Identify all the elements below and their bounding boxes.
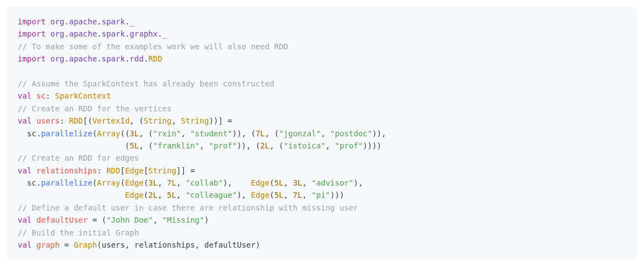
code-token: sc. [18,129,41,138]
code-token: "student" [190,129,232,138]
code-token: // Assume the SparkContext has already b… [18,79,274,88]
code-line: (5L, ("franklin", "prof")), (2L, ("istoi… [18,141,382,150]
code-token: ( [269,191,274,199]
code-token: sc. [18,178,41,187]
code-token: [( [83,116,92,125]
code-line: val graph = Graph(users, relationships, … [18,240,260,249]
code-token: , [158,178,167,187]
code-token: , [153,216,162,224]
code-token: : [60,116,69,125]
code-token: val [18,240,32,249]
code-token: . [97,54,101,63]
code-content: import org.apache.spark._ import org.apa… [18,17,386,249]
code-token: , [181,129,190,138]
code-token: // Build the initial Graph [18,228,139,237]
code-token: , ( [269,141,283,150]
code-token: , [176,178,186,187]
code-token: . [64,54,69,63]
code-token: graphx [129,29,158,38]
code-token: = [60,240,74,249]
code-token: 7L [293,191,302,199]
code-token: String [144,116,172,125]
code-token: , [172,116,181,125]
code-token: users [37,116,60,125]
code-token: ( [18,141,129,150]
code-token: spark [102,54,125,63]
code-block: import org.apache.spark._ import org.apa… [7,7,637,260]
code-token: [ [120,166,124,175]
code-token: // Define a default user in case there a… [18,203,358,212]
code-token: defaultUser [37,216,88,224]
code-token: [ [144,166,148,175]
code-token: 3L [129,129,139,138]
code-line: import org.apache.spark.rdd.RDD [18,54,162,63]
code-token: sc [37,91,46,100]
code-line: sc.parallelize(Array(Edge(3L, 7L, "colla… [18,178,363,187]
code-token: apache [69,29,97,38]
code-token: Edge [125,166,144,175]
code-token [32,240,36,249]
code-token: String [148,166,176,175]
code-token: RDD [69,116,83,125]
code-token: ( [144,178,148,187]
code-token: , ( [139,129,153,138]
code-token: "postdoc" [330,129,372,138]
code-token: _ [129,17,134,26]
code-token: spark [102,17,125,26]
code-line: Edge(2L, 5L, "colleague"), Edge(5L, 7L, … [18,191,344,199]
code-token: graph [37,240,60,249]
code-line: // Create an RDD for edges [18,153,139,162]
code-token: . [97,17,101,26]
code-token: import [18,54,46,63]
code-token: val [18,166,32,175]
code-token: , [302,178,311,187]
code-token: , [158,191,167,199]
code-token: ), [237,191,251,199]
code-token: 3L [148,178,158,187]
code-token [18,191,125,199]
code-token: . [144,54,148,63]
code-token: import [18,17,46,26]
code-token: . [97,29,101,38]
code-token: SparkContext [55,91,111,100]
code-line: // Assume the SparkContext has already b… [18,79,274,88]
code-token: "John Doe" [106,216,153,224]
code-token: , [302,191,311,199]
code-line: val relationships: RDD[Edge[String]] = [18,166,195,175]
code-line: // Define a default user in case there a… [18,203,358,212]
code-token: )), ( [232,129,256,138]
code-token [32,166,36,175]
code-token: 5L [129,141,139,150]
code-token: Edge [251,178,270,187]
code-token: 2L [148,191,158,199]
code-token: apache [69,17,97,26]
code-token: , [325,141,335,150]
code-token: // Create an RDD for the vertices [18,104,172,113]
code-token: _ [162,29,167,38]
code-token [46,54,50,63]
code-token: Edge [251,191,269,199]
code-line: // Create an RDD for the vertices [18,104,172,113]
code-token: )), [372,129,386,138]
code-token: ( [120,178,124,187]
code-token: rdd [129,54,143,63]
code-token: , [200,141,209,150]
code-token: // To make some of the examples work we … [18,42,288,51]
code-token: )))) [363,141,382,150]
code-token: 5L [274,191,284,199]
code-line: sc.parallelize(Array((3L, ("rxin", "stud… [18,129,386,138]
code-token: "pi" [311,191,330,199]
code-token: relationships [37,166,97,175]
code-token: "jgonzal" [279,129,321,138]
code-token: 5L [274,178,284,187]
code-token: ))] = [209,116,232,125]
code-token: 2L [260,141,269,150]
code-line: // To make some of the examples work we … [18,42,288,51]
code-token: ))) [330,191,344,199]
code-line: val defaultUser = ("John Doe", "Missing"… [18,216,209,224]
code-token: val [18,116,32,125]
code-token: , ( [139,141,153,150]
code-token: ), [354,178,363,187]
code-token: ) [204,216,209,224]
code-line: val users: RDD[(VertexId, (String, Strin… [18,116,232,125]
